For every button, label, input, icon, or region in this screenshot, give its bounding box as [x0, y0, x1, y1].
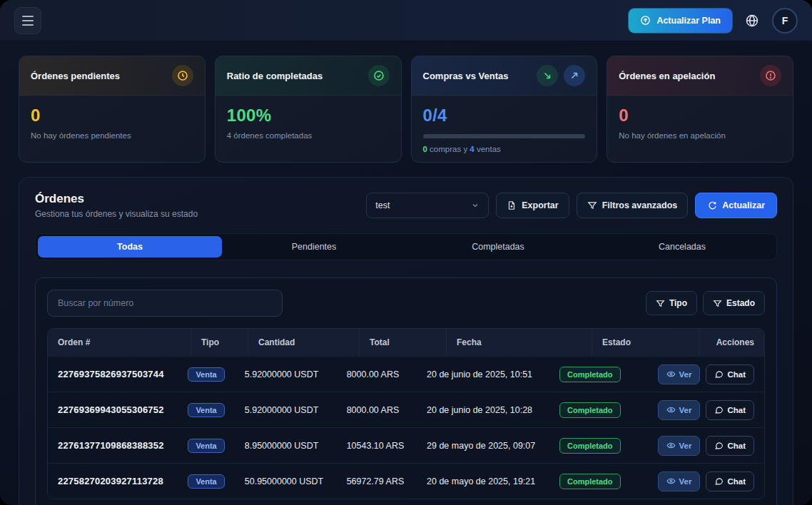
arrow-up-circle-icon: [640, 15, 651, 26]
stat-card-buys-sells: Compras vs Ventas 0/4 0 compras y: [411, 56, 598, 163]
orders-tabs: Todas Pendientes Completadas Canceladas: [35, 233, 777, 260]
type-badge: Venta: [188, 439, 224, 453]
status-badge: Completado: [559, 402, 621, 418]
chat-icon: [714, 369, 724, 379]
clock-icon: [172, 65, 193, 86]
chat-button[interactable]: Chat: [706, 364, 754, 384]
eye-icon: [666, 441, 676, 450]
table-row: 22769375826937503744 Venta 5.92000000 US…: [48, 356, 764, 392]
date-cell: 20 de junio de 2025, 10:51: [417, 369, 549, 379]
stat-subtitle-appeals: No hay órdenes en apelación: [619, 131, 781, 140]
tab-pendientes[interactable]: Pendientes: [222, 236, 406, 257]
refresh-button[interactable]: Actualizar: [695, 193, 777, 218]
total-cell: 56972.79 ARS: [337, 476, 417, 486]
status-badge: Completado: [559, 438, 621, 454]
chat-button[interactable]: Chat: [706, 471, 754, 491]
amount-cell: 5.92000000 USDT: [235, 369, 337, 379]
export-button[interactable]: Exportar: [496, 193, 569, 218]
order-number: 22758270203927113728: [58, 476, 163, 486]
amount-cell: 8.95000000 USDT: [235, 441, 337, 451]
chat-button[interactable]: Chat: [706, 436, 754, 456]
order-number: 22761377109868388352: [58, 440, 164, 451]
table-controls: Tipo Estado: [47, 290, 765, 317]
stat-card-pending: Órdenes pendientes 0 No hay órdenes pend…: [19, 56, 205, 163]
language-button[interactable]: [745, 14, 759, 28]
tab-canceladas[interactable]: Canceladas: [590, 236, 774, 257]
status-badge: Completado: [559, 474, 621, 489]
chevron-down-icon: [471, 201, 479, 210]
header-amount: Cantidad: [248, 329, 359, 356]
refresh-icon: [707, 200, 717, 210]
trend-up-icon: [564, 65, 585, 86]
stats-row: Órdenes pendientes 0 No hay órdenes pend…: [19, 56, 793, 163]
order-number: 22769369943055306752: [58, 404, 164, 415]
order-number: 22769375826937503744: [58, 369, 164, 379]
search-input[interactable]: [47, 290, 283, 317]
app-window: Actualizar Plan F Órdenes pendientes: [0, 0, 812, 505]
amount-cell: 50.95000000 USDT: [235, 476, 337, 486]
chat-icon: [714, 405, 724, 414]
type-filter-label: Tipo: [669, 298, 687, 308]
stat-value-ratio: 100%: [227, 106, 390, 126]
type-badge: Venta: [188, 474, 224, 489]
total-cell: 8000.00 ARS: [337, 369, 417, 379]
view-button[interactable]: Ver: [658, 400, 701, 420]
orders-panel: Órdenes Gestiona tus órdenes y visualiza…: [19, 177, 793, 505]
table-row: 22758270203927113728 Venta 50.95000000 U…: [48, 463, 764, 499]
advanced-filters-label: Filtros avanzados: [602, 200, 678, 210]
advanced-filters-button[interactable]: Filtros avanzados: [577, 193, 689, 218]
header-order: Orden #: [48, 329, 191, 356]
check-circle-icon: [368, 65, 390, 86]
hamburger-icon: [22, 16, 34, 17]
user-avatar[interactable]: F: [772, 8, 798, 34]
stat-subtitle-buys-sells: 0 compras y 4 ventas: [423, 145, 586, 153]
status-filter-button[interactable]: Estado: [703, 291, 765, 315]
funnel-icon: [713, 299, 722, 308]
menu-button[interactable]: [14, 7, 41, 34]
account-select-value: test: [375, 200, 390, 210]
chat-icon: [714, 476, 724, 486]
stat-value-appeals: 0: [619, 106, 781, 126]
buys-sells-progress: [423, 134, 586, 138]
page-subtitle: Gestiona tus órdenes y visualiza su esta…: [35, 209, 198, 219]
view-button[interactable]: Ver: [658, 436, 701, 456]
date-cell: 29 de mayo de 2025, 09:07: [417, 441, 549, 451]
eye-icon: [666, 476, 676, 486]
header-total: Total: [359, 329, 446, 356]
tab-todas[interactable]: Todas: [38, 236, 222, 257]
status-badge: Completado: [559, 367, 621, 382]
trend-down-icon: [537, 65, 558, 86]
stat-value-buys-sells: 0/4: [423, 106, 586, 126]
type-badge: Venta: [188, 367, 224, 382]
stat-title-buys-sells: Compras vs Ventas: [423, 71, 509, 81]
avatar-initial: F: [782, 15, 788, 26]
chat-button[interactable]: Chat: [706, 400, 754, 420]
type-filter-button[interactable]: Tipo: [646, 291, 697, 315]
header-status: Estado: [592, 329, 699, 356]
orders-table: Orden # Tipo Cantidad Total Fecha Estado…: [47, 328, 765, 499]
orders-header: Órdenes Gestiona tus órdenes y visualiza…: [35, 192, 777, 219]
stat-title-pending: Órdenes pendientes: [31, 71, 120, 81]
funnel-icon: [587, 200, 597, 210]
orders-controls: test Exportar: [366, 193, 777, 218]
stat-card-ratio: Ratio de completadas 100% 4 órdenes comp…: [215, 56, 402, 163]
account-select[interactable]: test: [366, 193, 489, 218]
type-badge: Venta: [188, 403, 224, 417]
file-export-icon: [507, 200, 517, 210]
stat-title-ratio: Ratio de completadas: [227, 71, 323, 81]
stat-card-appeals: Órdenes en apelación 0 No hay órdenes en…: [607, 56, 793, 163]
tab-completadas[interactable]: Completadas: [406, 236, 590, 257]
table-row: 22761377109868388352 Venta 8.95000000 US…: [48, 427, 764, 463]
date-cell: 20 de mayo de 2025, 19:21: [417, 476, 549, 486]
view-button[interactable]: Ver: [658, 471, 701, 491]
eye-icon: [666, 369, 676, 379]
view-button[interactable]: Ver: [658, 364, 701, 384]
refresh-label: Actualizar: [722, 200, 765, 210]
stat-title-appeals: Órdenes en apelación: [619, 71, 715, 81]
table-header-row: Orden # Tipo Cantidad Total Fecha Estado…: [48, 329, 764, 356]
topbar-right: Actualizar Plan F: [629, 8, 798, 34]
amount-cell: 5.92000000 USDT: [235, 405, 337, 415]
stat-subtitle-pending: No hay órdenes pendientes: [31, 131, 193, 140]
eye-icon: [666, 405, 676, 414]
upgrade-plan-button[interactable]: Actualizar Plan: [629, 9, 732, 33]
